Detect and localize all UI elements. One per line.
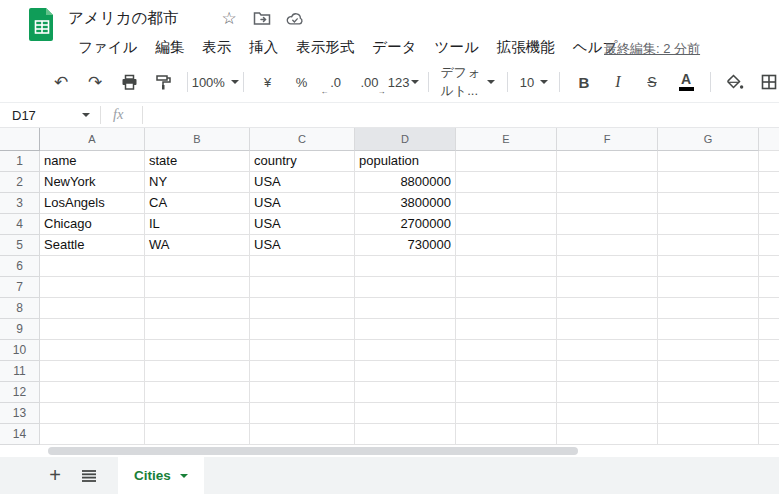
cell-B11[interactable]: [145, 361, 250, 382]
menu-item-4[interactable]: 挿入: [249, 38, 278, 57]
cell-G10[interactable]: [658, 340, 759, 361]
cell-D7[interactable]: [355, 277, 456, 298]
cell-C12[interactable]: [250, 382, 355, 403]
cell-D3[interactable]: 3800000: [355, 193, 456, 214]
borders-button[interactable]: [754, 69, 779, 95]
percent-format-button[interactable]: %: [287, 69, 317, 95]
row-header-10[interactable]: 10: [0, 340, 40, 361]
cell-A10[interactable]: [40, 340, 145, 361]
row-header-9[interactable]: 9: [0, 319, 40, 340]
cell-D2[interactable]: 8800000: [355, 172, 456, 193]
cloud-saved-icon[interactable]: [286, 9, 304, 27]
cell-B4[interactable]: IL: [145, 214, 250, 235]
sheets-logo-icon[interactable]: [28, 6, 56, 42]
cell-G5[interactable]: [658, 235, 759, 256]
add-sheet-button[interactable]: +: [40, 457, 70, 494]
cell-C7[interactable]: [250, 277, 355, 298]
cell-B9[interactable]: [145, 319, 250, 340]
cell-B7[interactable]: [145, 277, 250, 298]
cell-G14[interactable]: [658, 424, 759, 445]
cell-A1[interactable]: name: [40, 151, 145, 172]
font-family-select[interactable]: デフォルト...: [438, 69, 498, 95]
cell-C10[interactable]: [250, 340, 355, 361]
cell-G2[interactable]: [658, 172, 759, 193]
cell-C11[interactable]: [250, 361, 355, 382]
cell-G6[interactable]: [658, 256, 759, 277]
cell-A12[interactable]: [40, 382, 145, 403]
cell-A7[interactable]: [40, 277, 145, 298]
cell-A8[interactable]: [40, 298, 145, 319]
row-header-12[interactable]: 12: [0, 382, 40, 403]
star-icon[interactable]: ☆: [220, 9, 238, 27]
cell-B5[interactable]: WA: [145, 235, 250, 256]
cell-D5[interactable]: 730000: [355, 235, 456, 256]
cell-E13[interactable]: [456, 403, 557, 424]
cell-D9[interactable]: [355, 319, 456, 340]
increase-decimal-button[interactable]: .00 →: [355, 69, 385, 95]
print-button[interactable]: [114, 69, 144, 95]
cell-E12[interactable]: [456, 382, 557, 403]
cell-G11[interactable]: [658, 361, 759, 382]
cell-A3[interactable]: LosAngels: [40, 193, 145, 214]
row-header-3[interactable]: 3: [0, 193, 40, 214]
cell-E7[interactable]: [456, 277, 557, 298]
menu-item-7[interactable]: ツール: [435, 38, 479, 57]
cell-D13[interactable]: [355, 403, 456, 424]
cell-C6[interactable]: [250, 256, 355, 277]
cell-E14[interactable]: [456, 424, 557, 445]
cell-A9[interactable]: [40, 319, 145, 340]
redo-button[interactable]: ↷: [80, 69, 110, 95]
cell-E5[interactable]: [456, 235, 557, 256]
column-header-B[interactable]: B: [145, 128, 250, 151]
bold-button[interactable]: B: [569, 69, 599, 95]
cell-G3[interactable]: [658, 193, 759, 214]
fill-color-button[interactable]: [720, 69, 750, 95]
menu-item-3[interactable]: 表示: [202, 38, 231, 57]
cell-G12[interactable]: [658, 382, 759, 403]
cell-C3[interactable]: USA: [250, 193, 355, 214]
cell-B1[interactable]: state: [145, 151, 250, 172]
cell-F13[interactable]: [557, 403, 658, 424]
row-header-4[interactable]: 4: [0, 214, 40, 235]
column-header-A[interactable]: A: [40, 128, 145, 151]
row-header-8[interactable]: 8: [0, 298, 40, 319]
cell-G4[interactable]: [658, 214, 759, 235]
menu-item-5[interactable]: 表示形式: [296, 38, 354, 57]
cell-F8[interactable]: [557, 298, 658, 319]
currency-format-button[interactable]: ¥: [253, 69, 283, 95]
text-color-button[interactable]: A: [671, 69, 701, 95]
cell-E2[interactable]: [456, 172, 557, 193]
column-header-C[interactable]: C: [250, 128, 355, 151]
row-header-7[interactable]: 7: [0, 277, 40, 298]
cell-B14[interactable]: [145, 424, 250, 445]
cell-C4[interactable]: USA: [250, 214, 355, 235]
column-header-F[interactable]: F: [557, 128, 658, 151]
column-header-G[interactable]: G: [658, 128, 759, 151]
decrease-decimal-button[interactable]: .0 ←: [321, 69, 351, 95]
cell-D14[interactable]: [355, 424, 456, 445]
cell-F4[interactable]: [557, 214, 658, 235]
cell-B12[interactable]: [145, 382, 250, 403]
cell-D4[interactable]: 2700000: [355, 214, 456, 235]
cell-D10[interactable]: [355, 340, 456, 361]
cell-E9[interactable]: [456, 319, 557, 340]
cell-E6[interactable]: [456, 256, 557, 277]
document-title[interactable]: アメリカの都市: [68, 8, 178, 29]
cell-E4[interactable]: [456, 214, 557, 235]
cell-A13[interactable]: [40, 403, 145, 424]
menu-item-8[interactable]: 拡張機能: [497, 38, 555, 57]
cell-B10[interactable]: [145, 340, 250, 361]
paint-format-button[interactable]: [148, 69, 178, 95]
cell-D8[interactable]: [355, 298, 456, 319]
cell-F2[interactable]: [557, 172, 658, 193]
all-sheets-button[interactable]: [74, 457, 104, 494]
cell-C9[interactable]: [250, 319, 355, 340]
row-header-5[interactable]: 5: [0, 235, 40, 256]
cell-B6[interactable]: [145, 256, 250, 277]
last-edit-link[interactable]: 最終編集: 2 分前: [604, 40, 700, 58]
cell-F11[interactable]: [557, 361, 658, 382]
cell-D6[interactable]: [355, 256, 456, 277]
cell-D1[interactable]: population: [355, 151, 456, 172]
strikethrough-button[interactable]: S: [637, 69, 667, 95]
horizontal-scrollbar-thumb[interactable]: [48, 447, 578, 455]
